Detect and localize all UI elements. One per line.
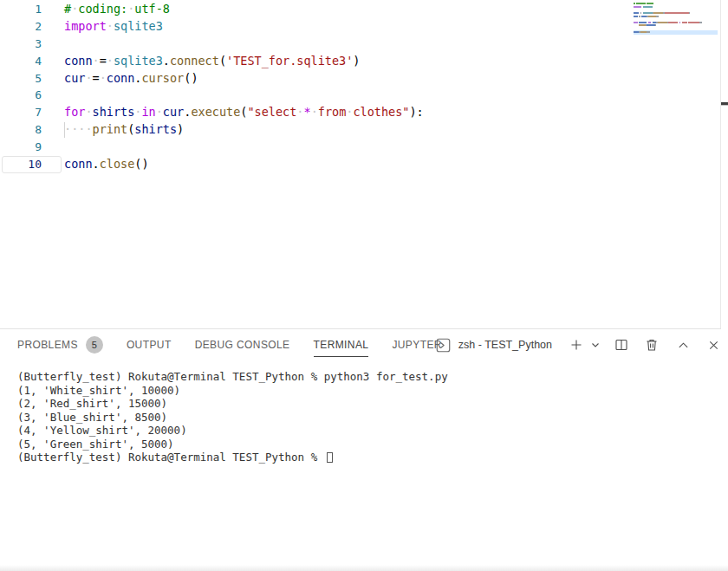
minimap-line (634, 31, 718, 33)
line-number[interactable]: 4 (0, 53, 42, 70)
panel-header: PROBLEMS5OUTPUTDEBUG CONSOLETERMINALJUPY… (0, 329, 728, 360)
tab-output[interactable]: OUTPUT (127, 329, 172, 360)
minimap-lines (634, 3, 718, 33)
line-number[interactable]: 9 (0, 139, 42, 156)
editor-code[interactable]: #·coding:·utf-8import·sqlite3conn·=·sqli… (64, 1, 424, 173)
tab-label: DEBUG CONSOLE (195, 339, 290, 351)
line-number[interactable]: 3 (0, 36, 42, 53)
tab-label: PROBLEMS (17, 339, 78, 351)
terminal-cursor (327, 452, 333, 463)
terminal-line: (1, 'White_shirt', 10000) (17, 384, 711, 398)
tab-terminal[interactable]: TERMINAL (314, 329, 369, 360)
scrollbar-notch (721, 102, 728, 106)
minimap-line (634, 16, 718, 17)
maximize-panel-icon[interactable] (672, 339, 695, 352)
terminal-session-label[interactable]: zsh - TEST_Python (458, 339, 552, 351)
code-line[interactable] (64, 36, 424, 53)
code-line[interactable] (64, 87, 424, 104)
terminal-launch-icon (434, 338, 452, 353)
kill-terminal-icon[interactable] (640, 338, 664, 352)
line-number[interactable]: 5 (0, 70, 42, 88)
code-line[interactable]: ····print(shirts) (64, 121, 424, 139)
terminal-line: (4, 'Yellow_shirt', 20000) (17, 424, 711, 438)
minimap[interactable] (634, 3, 718, 34)
tab-label: OUTPUT (127, 339, 172, 351)
tab-label: TERMINAL (314, 339, 369, 351)
bottom-edge-shadow (0, 565, 728, 571)
line-number[interactable]: 8 (0, 121, 42, 139)
editor-right-border (720, 0, 721, 329)
indent-guide (64, 122, 65, 138)
code-line[interactable]: cur·=·conn.cursor() (64, 70, 424, 88)
code-line[interactable]: conn·=·sqlite3.connect('TEST_for.sqlite3… (64, 53, 424, 70)
terminal-output[interactable]: (Butterfly_test) Rokuta@Terminal TEST_Py… (17, 370, 711, 464)
minimap-line (634, 12, 718, 14)
code-line[interactable]: for·shirts·in·cur.execute("select·*·from… (64, 104, 424, 121)
line-number[interactable]: 2 (0, 18, 42, 36)
minimap-line (634, 24, 718, 26)
panel-tabs: PROBLEMS5OUTPUTDEBUG CONSOLETERMINALJUPY… (17, 329, 465, 360)
minimap-line (634, 3, 718, 4)
line-number[interactable]: 10 (0, 156, 42, 173)
line-number[interactable]: 1 (0, 1, 42, 18)
terminal-line: (5, 'Green_shirt', 5000) (17, 438, 711, 451)
minimap-line (634, 6, 718, 8)
problems-count-badge: 5 (86, 336, 103, 354)
minimap-line (634, 18, 718, 20)
panel-actions: zsh - TEST_Python (434, 329, 725, 360)
terminal-dropdown-icon[interactable] (588, 340, 602, 350)
close-panel-icon[interactable] (702, 339, 725, 352)
tab-debug-console[interactable]: DEBUG CONSOLE (195, 329, 290, 360)
terminal-line: (Butterfly_test) Rokuta@Terminal TEST_Py… (17, 451, 711, 464)
code-editor[interactable]: 12345678910 #·coding:·utf-8import·sqlite… (0, 0, 721, 328)
terminal-line: (Butterfly_test) Rokuta@Terminal TEST_Py… (17, 370, 711, 384)
tab-problems[interactable]: PROBLEMS5 (17, 329, 103, 360)
code-line[interactable]: #·coding:·utf-8 (64, 1, 424, 18)
split-terminal-icon[interactable] (609, 338, 634, 352)
terminal-line: (2, 'Red_shirt', 15000) (17, 397, 711, 411)
line-number[interactable]: 7 (0, 104, 42, 121)
code-line[interactable]: conn.close() (64, 156, 424, 173)
code-line[interactable]: import·sqlite3 (64, 18, 424, 36)
line-number[interactable]: 6 (0, 87, 42, 104)
terminal-line: (3, 'Blue_shirt', 8500) (17, 411, 711, 425)
minimap-line (634, 22, 718, 23)
minimap-line (634, 9, 718, 10)
minimap-line (634, 28, 718, 29)
editor-gutter[interactable]: 12345678910 (0, 1, 42, 173)
new-terminal-icon[interactable] (564, 338, 588, 352)
code-line[interactable] (64, 139, 424, 156)
